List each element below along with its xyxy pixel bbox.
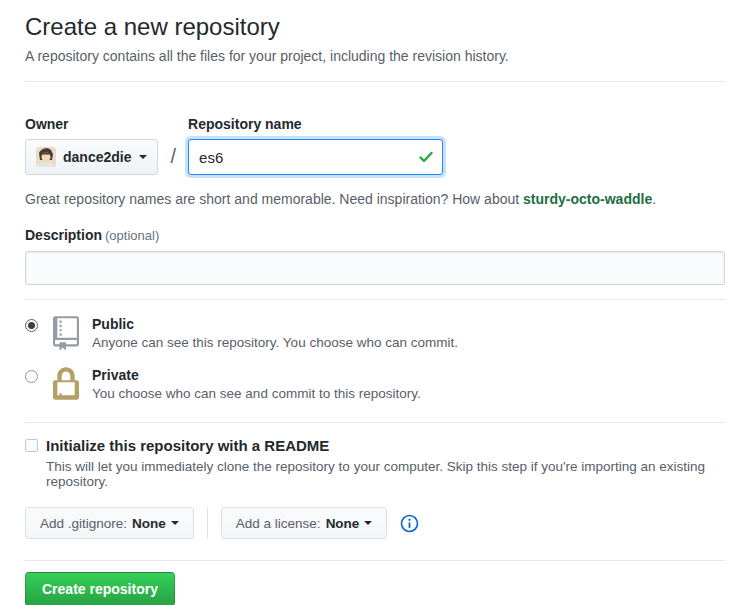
description-optional-note: (optional) bbox=[105, 228, 159, 243]
license-prefix: Add a license: bbox=[236, 516, 321, 531]
readme-section: Initialize this repository with a README… bbox=[25, 437, 725, 489]
description-divider bbox=[25, 299, 725, 300]
page-title: Create a new repository bbox=[25, 12, 725, 42]
template-dropdowns: Add .gitignore: None Add a license: None bbox=[25, 507, 725, 539]
readme-label: Initialize this repository with a README bbox=[46, 437, 329, 454]
check-icon bbox=[418, 149, 434, 165]
repo-name-input[interactable] bbox=[188, 139, 443, 175]
owner-column: Owner dance2die bbox=[25, 116, 158, 175]
public-option-text: Public Anyone can see this repository. Y… bbox=[92, 316, 458, 350]
visibility-option-private: Private You choose who can see and commi… bbox=[25, 367, 725, 402]
private-description: You choose who can see and commit to thi… bbox=[92, 386, 421, 401]
private-radio[interactable] bbox=[25, 370, 38, 383]
description-input[interactable] bbox=[25, 251, 725, 285]
readme-checkbox[interactable] bbox=[25, 439, 38, 452]
suggestion-period: . bbox=[652, 191, 656, 207]
repo-name-label: Repository name bbox=[188, 116, 443, 132]
repo-name-column: Repository name bbox=[188, 116, 443, 175]
info-icon[interactable] bbox=[400, 514, 419, 533]
owner-label: Owner bbox=[25, 116, 158, 132]
license-value: None bbox=[326, 516, 360, 531]
owner-select-button[interactable]: dance2die bbox=[25, 139, 158, 175]
gitignore-dropdown-button[interactable]: Add .gitignore: None bbox=[25, 507, 194, 539]
description-label: Description(optional) bbox=[25, 227, 725, 243]
page-subtitle: A repository contains all the files for … bbox=[25, 48, 725, 64]
avatar bbox=[36, 147, 56, 167]
gitignore-prefix: Add .gitignore: bbox=[40, 516, 127, 531]
name-suggestion: Great repository names are short and mem… bbox=[25, 191, 725, 207]
visibility-divider bbox=[25, 422, 725, 423]
lock-icon bbox=[53, 367, 79, 402]
gitignore-value: None bbox=[132, 516, 166, 531]
visibility-option-public: Public Anyone can see this repository. Y… bbox=[25, 316, 725, 351]
caret-down-icon bbox=[364, 521, 372, 529]
repo-name-section: Owner dance2die / Repository name bbox=[25, 116, 725, 175]
suggestion-link[interactable]: sturdy-octo-waddle bbox=[523, 191, 652, 207]
readme-note: This will let you immediately clone the … bbox=[46, 459, 725, 489]
header-divider bbox=[25, 81, 725, 82]
license-dropdown-button[interactable]: Add a license: None bbox=[221, 507, 388, 539]
suggestion-text: Great repository names are short and mem… bbox=[25, 191, 523, 207]
private-option-text: Private You choose who can see and commi… bbox=[92, 367, 421, 401]
description-section: Description(optional) bbox=[25, 227, 725, 285]
dropdown-separator bbox=[207, 507, 208, 539]
public-label: Public bbox=[92, 316, 458, 332]
create-repository-button[interactable]: Create repository bbox=[25, 572, 175, 605]
owner-username: dance2die bbox=[63, 149, 131, 165]
create-repository-page: Create a new repository A repository con… bbox=[0, 0, 755, 605]
private-label: Private bbox=[92, 367, 421, 383]
owner-repo-separator: / bbox=[170, 145, 176, 175]
repo-book-icon bbox=[53, 316, 79, 351]
caret-down-icon bbox=[139, 155, 147, 163]
public-description: Anyone can see this repository. You choo… bbox=[92, 335, 458, 350]
public-radio[interactable] bbox=[25, 319, 38, 332]
caret-down-icon bbox=[171, 521, 179, 529]
footer-divider bbox=[25, 560, 725, 561]
